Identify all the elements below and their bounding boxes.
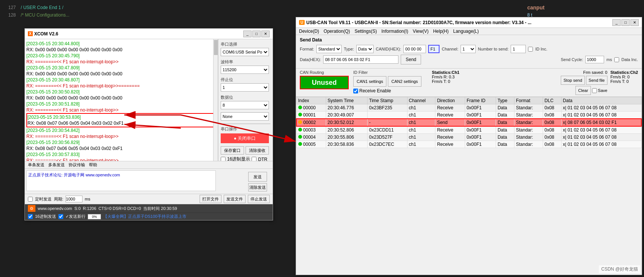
xcom-bottom: 单条发送 多条发送 协议传输 帮助 正点原子技术论坛: 开源电子网 www.op… <box>25 161 273 220</box>
log-line-11: [2023-05-15 20:30:51.828] <box>26 101 216 107</box>
menu-multi-send[interactable]: 多条发送 <box>48 162 65 168</box>
s-status: S:0 <box>75 206 81 211</box>
clear-save-row: Clear Save <box>575 86 607 95</box>
table-row: 00004 20:30:55.806 0x23D527F ch1 Receive… <box>296 134 641 141</box>
clear-right-button[interactable]: Clear <box>575 86 591 95</box>
newline-checkbox[interactable] <box>58 214 63 219</box>
send-file-right-button[interactable]: Send file <box>586 76 607 85</box>
table-row: 00005 20:30:58.836 0x23DC7EC ch1 Receive… <box>296 141 641 148</box>
save-window-button[interactable]: 保存窗口 <box>221 146 244 155</box>
usb-minimize-button[interactable]: _ <box>612 19 621 26</box>
stop-send-button[interactable]: 停止发送 <box>248 195 270 203</box>
menu-device[interactable]: Device(D) <box>299 29 319 34</box>
save-checkbox[interactable] <box>592 88 597 93</box>
send-data-button[interactable]: Send <box>401 55 421 64</box>
table-header: Index System Time Time Stamp Channel Dir… <box>296 97 641 104</box>
clear-recv-button[interactable]: 清除接收 <box>246 146 269 155</box>
stop-bits-label: 停止位 <box>221 77 270 83</box>
menu-settings[interactable]: Settings(S) <box>354 29 377 34</box>
col-frame-id: Frame ID <box>465 97 496 104</box>
gear-button[interactable]: ⚙ <box>28 205 35 212</box>
clear-send-button[interactable]: 清除发送 <box>248 183 267 191</box>
format-row: Format: Standard Type: Data CANID(HEX): … <box>300 45 638 53</box>
serial-port-select[interactable]: COM6:USB Serial Port <box>221 48 269 56</box>
log-scrollbar-thumb[interactable] <box>214 40 218 55</box>
status-dot <box>298 135 302 139</box>
menu-language[interactable]: Language(L) <box>453 29 479 34</box>
close-button[interactable]: ✕ <box>261 31 270 37</box>
log-line-10: RX: 0x00 0x00 0x00 0x00 0x00 0x00 0x00 0… <box>26 95 216 101</box>
col-index: Index <box>296 97 326 104</box>
maximize-button[interactable]: □ <box>252 31 261 37</box>
data-bits-select[interactable]: 8 <box>221 101 269 109</box>
send-file-button[interactable]: 发送文件 <box>224 195 246 203</box>
usb-close-button[interactable]: ✕ <box>630 19 639 26</box>
usb-restore-button[interactable]: □ <box>621 19 630 26</box>
stop-bits-select[interactable]: 1 <box>221 83 269 92</box>
timed-send-label: 定时发送 <box>35 196 52 202</box>
number-input[interactable] <box>511 45 526 53</box>
can1-settings-button[interactable]: CAN1 settings <box>353 76 386 87</box>
log-line-16: RX: ========<< F1 scan no-interrupt-loop… <box>26 133 216 139</box>
hex-send-label: 16进制发送 <box>35 214 56 219</box>
type-select[interactable]: Data <box>356 45 374 53</box>
usb-can-titlebar: U USB-CAN Tool V9.11 - USBCAN-II - SN:Se… <box>296 17 642 28</box>
log-line-3: [2023-05-15 20:30:45.790] <box>26 53 216 59</box>
open-file-button[interactable]: 打开文件 <box>200 195 221 203</box>
menu-help[interactable]: 帮助 <box>89 162 97 168</box>
channel-select[interactable]: 1 <box>461 45 476 53</box>
data-table-wrapper: Index System Time Time Stamp Channel Dir… <box>296 97 642 148</box>
canid-f1-input[interactable] <box>428 45 440 53</box>
baud-select[interactable]: 115200 <box>221 66 269 74</box>
menu-view[interactable]: View(V) <box>413 29 429 34</box>
format-label: Format: <box>300 47 314 51</box>
data-inc-checkbox[interactable] <box>614 57 619 62</box>
time-status: 当前时间 20:30:59 <box>143 206 177 211</box>
format-select[interactable]: Standard <box>316 45 342 53</box>
xcom-title: X XCOM V2.6 <box>28 31 58 37</box>
menu-help[interactable]: Help(H) <box>433 29 449 34</box>
send-data-section: Send Data Format: Standard Type: Data CA… <box>296 35 642 69</box>
timed-send-checkbox[interactable] <box>28 197 33 202</box>
table-row: 00000 20:30:46.776 0x23BF235 ch1 Receive… <box>296 104 641 112</box>
can-routing-title: CAN Routing <box>300 70 349 75</box>
parity-select[interactable]: None <box>221 112 269 121</box>
send-button[interactable]: 发送 <box>248 172 267 182</box>
close-port-button[interactable]: ● 关闭串口 <box>221 133 269 143</box>
send-cycle-unit: ms <box>606 57 612 62</box>
canid-input[interactable] <box>403 45 426 53</box>
usb-can-controls[interactable]: _ □ ✕ <box>612 19 639 26</box>
menu-single-send[interactable]: 单条发送 <box>28 162 44 168</box>
log-line-9: [2023-05-15 20:30:50.820] <box>26 89 216 95</box>
channel-label: Channel: <box>442 47 458 51</box>
stop-bits-section: 停止位 1 <box>221 77 270 92</box>
link-text[interactable]: 【火爆全网】正点原子DS100手持示波器上市 <box>103 214 186 219</box>
data-input[interactable] <box>323 55 398 64</box>
xcom-controls[interactable]: _ □ ✕ <box>243 31 270 37</box>
minimize-button[interactable]: _ <box>243 31 252 37</box>
usb-can-title-text: USB-CAN Tool V9.11 - USBCAN-II - SN:Seri… <box>306 20 531 25</box>
id-inc-checkbox[interactable] <box>528 47 533 52</box>
send-cycle-input[interactable] <box>585 56 604 63</box>
number-label: Number to send: <box>478 47 508 51</box>
period-input[interactable] <box>66 196 82 202</box>
hex-send-checkbox[interactable] <box>28 214 33 219</box>
serial-ops-label: 串口操作 <box>221 126 270 132</box>
unused-badge: Unused <box>300 76 349 89</box>
can2-settings-button[interactable]: CAN2 settings <box>388 76 421 87</box>
table-row: 00001 20:30:49.007 ch1 Receive 0x00F1 Da… <box>296 112 641 119</box>
menu-operation[interactable]: Operation(Q) <box>324 29 350 34</box>
log-line-8: RX: ========<< F1 scan no-interrupt-loop… <box>26 83 216 89</box>
menu-information[interactable]: Information(I) <box>382 29 408 34</box>
send-textarea[interactable]: 正点原子技术论坛: 开源电子网 www.openedv.com <box>26 170 216 191</box>
canid-label: CANID(HEX): <box>376 47 401 51</box>
log-line-6: RX: 0x00 0x00 0x00 0x00 0x00 0x00 0x00 0… <box>26 71 216 77</box>
watermark: CSDN @好奇龙猫 <box>599 265 640 273</box>
log-line-12: RX: ========<< F1 scan no-interrupt-loop… <box>26 107 216 113</box>
receive-enable-checkbox[interactable] <box>353 89 358 93</box>
stats-ch1-frm-r: Frm/s R: 0.3 <box>432 75 459 79</box>
stop-send-right-button[interactable]: Stop send <box>561 76 585 85</box>
data-row: Data(HEX): Send Send Cycle: ms Data Inc. <box>300 55 638 64</box>
type-label: Type: <box>344 47 354 51</box>
menu-protocol[interactable]: 协议传输 <box>69 162 85 168</box>
